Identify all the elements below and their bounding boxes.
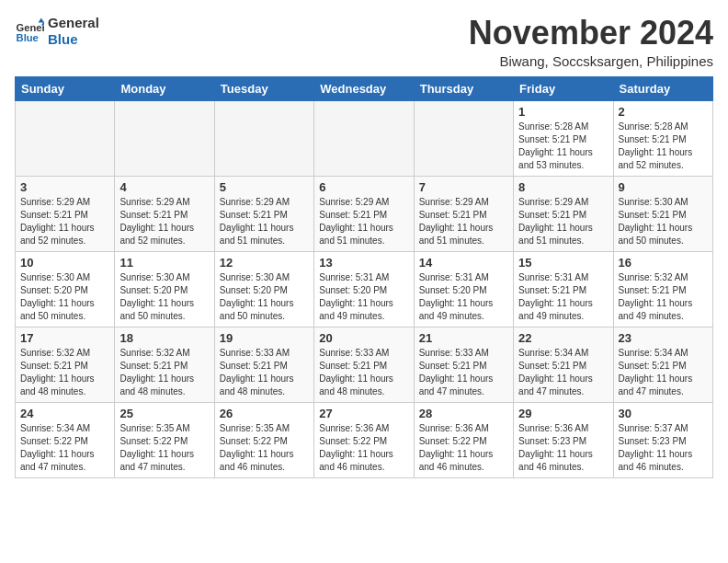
calendar-day-cell: 29Sunrise: 5:36 AMSunset: 5:23 PMDayligh… xyxy=(514,402,613,477)
day-number: 16 xyxy=(619,256,708,270)
calendar-day-cell: 14Sunrise: 5:31 AMSunset: 5:20 PMDayligh… xyxy=(414,251,513,327)
day-info: Sunrise: 5:29 AMSunset: 5:21 PMDaylight:… xyxy=(518,196,608,247)
calendar-week-row: 3Sunrise: 5:29 AMSunset: 5:21 PMDaylight… xyxy=(16,176,713,251)
day-info: Sunrise: 5:32 AMSunset: 5:21 PMDaylight:… xyxy=(20,347,109,398)
calendar-day-cell: 6Sunrise: 5:29 AMSunset: 5:21 PMDaylight… xyxy=(314,176,414,251)
logo: General Blue General Blue xyxy=(15,15,99,48)
calendar-week-row: 17Sunrise: 5:32 AMSunset: 5:21 PMDayligh… xyxy=(16,327,713,402)
day-number: 25 xyxy=(119,407,209,420)
day-number: 14 xyxy=(419,256,508,270)
calendar-body: 1Sunrise: 5:28 AMSunset: 5:21 PMDaylight… xyxy=(16,100,713,477)
calendar-week-row: 24Sunrise: 5:34 AMSunset: 5:22 PMDayligh… xyxy=(16,402,713,477)
day-info: Sunrise: 5:33 AMSunset: 5:21 PMDaylight:… xyxy=(319,347,408,398)
logo-general: General xyxy=(48,15,99,31)
day-info: Sunrise: 5:29 AMSunset: 5:21 PMDaylight:… xyxy=(319,196,408,247)
day-info: Sunrise: 5:32 AMSunset: 5:21 PMDaylight:… xyxy=(119,347,209,398)
weekday-header-cell: Saturday xyxy=(613,76,712,100)
day-info: Sunrise: 5:33 AMSunset: 5:21 PMDaylight:… xyxy=(419,347,508,398)
calendar-day-cell: 5Sunrise: 5:29 AMSunset: 5:21 PMDaylight… xyxy=(214,176,313,251)
weekday-header-cell: Monday xyxy=(115,76,214,100)
calendar-day-cell xyxy=(314,100,414,176)
day-info: Sunrise: 5:35 AMSunset: 5:22 PMDaylight:… xyxy=(220,422,309,474)
calendar-day-cell: 13Sunrise: 5:31 AMSunset: 5:20 PMDayligh… xyxy=(314,251,414,327)
day-number: 23 xyxy=(619,331,708,345)
logo-icon: General Blue xyxy=(15,17,44,46)
day-number: 18 xyxy=(119,331,209,345)
day-number: 30 xyxy=(619,407,708,420)
day-number: 4 xyxy=(119,180,209,194)
day-number: 8 xyxy=(518,180,608,194)
weekday-header-cell: Friday xyxy=(514,76,613,100)
day-number: 3 xyxy=(20,180,109,194)
day-info: Sunrise: 5:30 AMSunset: 5:20 PMDaylight:… xyxy=(220,271,309,323)
weekday-header-cell: Tuesday xyxy=(214,76,313,100)
month-year-title: November 2024 xyxy=(469,15,713,52)
day-number: 15 xyxy=(518,256,608,270)
calendar-day-cell xyxy=(214,100,313,176)
calendar-day-cell: 27Sunrise: 5:36 AMSunset: 5:22 PMDayligh… xyxy=(314,402,414,477)
day-number: 6 xyxy=(319,180,408,194)
calendar-day-cell: 21Sunrise: 5:33 AMSunset: 5:21 PMDayligh… xyxy=(414,327,513,402)
svg-text:General: General xyxy=(17,22,44,33)
title-block: November 2024 Biwang, Soccsksargen, Phil… xyxy=(469,15,713,69)
day-info: Sunrise: 5:34 AMSunset: 5:22 PMDaylight:… xyxy=(20,422,109,474)
day-info: Sunrise: 5:28 AMSunset: 5:21 PMDaylight:… xyxy=(518,121,608,172)
day-info: Sunrise: 5:29 AMSunset: 5:21 PMDaylight:… xyxy=(220,196,309,247)
location-subtitle: Biwang, Soccsksargen, Philippines xyxy=(469,53,713,69)
svg-text:Blue: Blue xyxy=(17,32,39,43)
day-number: 27 xyxy=(319,407,408,420)
day-info: Sunrise: 5:31 AMSunset: 5:21 PMDaylight:… xyxy=(518,271,608,323)
calendar-day-cell: 23Sunrise: 5:34 AMSunset: 5:21 PMDayligh… xyxy=(613,327,712,402)
day-info: Sunrise: 5:31 AMSunset: 5:20 PMDaylight:… xyxy=(319,271,408,323)
day-info: Sunrise: 5:34 AMSunset: 5:21 PMDaylight:… xyxy=(518,347,608,398)
day-number: 24 xyxy=(20,407,109,420)
calendar-day-cell xyxy=(115,100,214,176)
day-info: Sunrise: 5:28 AMSunset: 5:21 PMDaylight:… xyxy=(619,121,708,172)
day-info: Sunrise: 5:30 AMSunset: 5:21 PMDaylight:… xyxy=(619,196,708,247)
calendar-day-cell: 26Sunrise: 5:35 AMSunset: 5:22 PMDayligh… xyxy=(214,402,313,477)
calendar-day-cell: 19Sunrise: 5:33 AMSunset: 5:21 PMDayligh… xyxy=(214,327,313,402)
day-info: Sunrise: 5:36 AMSunset: 5:22 PMDaylight:… xyxy=(319,422,408,474)
day-number: 17 xyxy=(20,331,109,345)
calendar-day-cell: 24Sunrise: 5:34 AMSunset: 5:22 PMDayligh… xyxy=(16,402,115,477)
day-info: Sunrise: 5:33 AMSunset: 5:21 PMDaylight:… xyxy=(220,347,309,398)
day-number: 12 xyxy=(220,256,309,270)
day-info: Sunrise: 5:31 AMSunset: 5:20 PMDaylight:… xyxy=(419,271,508,323)
day-number: 13 xyxy=(319,256,408,270)
day-number: 5 xyxy=(220,180,309,194)
day-info: Sunrise: 5:29 AMSunset: 5:21 PMDaylight:… xyxy=(20,196,109,247)
calendar-table: SundayMondayTuesdayWednesdayThursdayFrid… xyxy=(15,76,713,478)
calendar-day-cell xyxy=(16,100,115,176)
calendar-day-cell: 1Sunrise: 5:28 AMSunset: 5:21 PMDaylight… xyxy=(514,100,613,176)
day-number: 9 xyxy=(619,180,708,194)
weekday-header-cell: Wednesday xyxy=(314,76,414,100)
page-header: General Blue General Blue November 2024 … xyxy=(15,15,713,69)
calendar-day-cell: 11Sunrise: 5:30 AMSunset: 5:20 PMDayligh… xyxy=(115,251,214,327)
weekday-header-cell: Sunday xyxy=(16,76,115,100)
day-info: Sunrise: 5:36 AMSunset: 5:23 PMDaylight:… xyxy=(518,422,608,474)
calendar-day-cell: 4Sunrise: 5:29 AMSunset: 5:21 PMDaylight… xyxy=(115,176,214,251)
calendar-day-cell: 12Sunrise: 5:30 AMSunset: 5:20 PMDayligh… xyxy=(214,251,313,327)
day-number: 7 xyxy=(419,180,508,194)
day-info: Sunrise: 5:36 AMSunset: 5:22 PMDaylight:… xyxy=(419,422,508,474)
calendar-day-cell: 22Sunrise: 5:34 AMSunset: 5:21 PMDayligh… xyxy=(514,327,613,402)
day-number: 22 xyxy=(518,331,608,345)
day-number: 2 xyxy=(619,105,708,119)
day-info: Sunrise: 5:29 AMSunset: 5:21 PMDaylight:… xyxy=(119,196,209,247)
weekday-header-row: SundayMondayTuesdayWednesdayThursdayFrid… xyxy=(16,76,713,100)
calendar-day-cell: 20Sunrise: 5:33 AMSunset: 5:21 PMDayligh… xyxy=(314,327,414,402)
calendar-day-cell: 15Sunrise: 5:31 AMSunset: 5:21 PMDayligh… xyxy=(514,251,613,327)
calendar-day-cell: 7Sunrise: 5:29 AMSunset: 5:21 PMDaylight… xyxy=(414,176,513,251)
day-number: 10 xyxy=(20,256,109,270)
calendar-day-cell: 30Sunrise: 5:37 AMSunset: 5:23 PMDayligh… xyxy=(613,402,712,477)
day-number: 21 xyxy=(419,331,508,345)
calendar-day-cell: 2Sunrise: 5:28 AMSunset: 5:21 PMDaylight… xyxy=(613,100,712,176)
day-number: 26 xyxy=(220,407,309,420)
calendar-day-cell xyxy=(414,100,513,176)
calendar-day-cell: 9Sunrise: 5:30 AMSunset: 5:21 PMDaylight… xyxy=(613,176,712,251)
calendar-day-cell: 28Sunrise: 5:36 AMSunset: 5:22 PMDayligh… xyxy=(414,402,513,477)
day-number: 1 xyxy=(518,105,608,119)
day-info: Sunrise: 5:30 AMSunset: 5:20 PMDaylight:… xyxy=(20,271,109,323)
calendar-day-cell: 18Sunrise: 5:32 AMSunset: 5:21 PMDayligh… xyxy=(115,327,214,402)
day-info: Sunrise: 5:30 AMSunset: 5:20 PMDaylight:… xyxy=(119,271,209,323)
